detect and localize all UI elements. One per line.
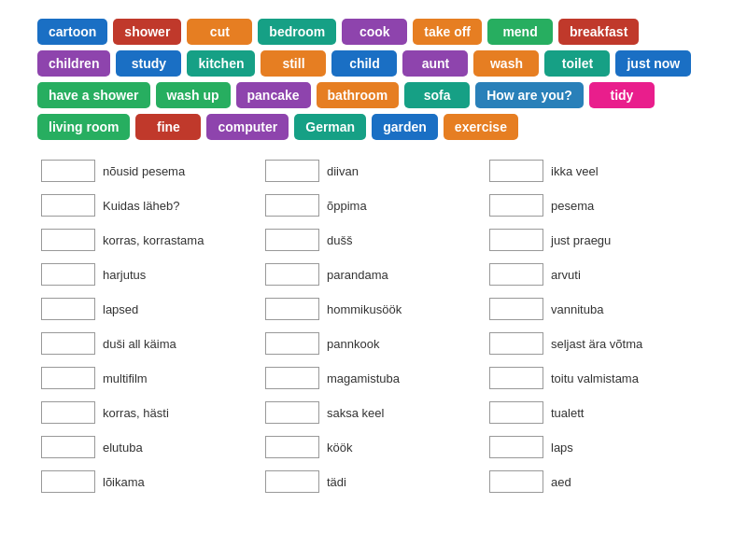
match-row: Kuidas läheb? — [37, 189, 261, 223]
match-input[interactable] — [265, 367, 319, 389]
match-input[interactable] — [41, 436, 95, 458]
match-label: pannkook — [327, 337, 379, 351]
match-row: lõikama — [37, 465, 261, 499]
word-btn-child[interactable]: child — [331, 50, 397, 77]
word-btn-living-room[interactable]: living room — [37, 114, 130, 140]
match-row: õppima — [261, 189, 486, 223]
match-row: vannituba — [486, 292, 710, 327]
word-btn-wash-up[interactable]: wash up — [156, 82, 231, 108]
match-row: arvuti — [486, 258, 710, 292]
match-row: laps — [486, 430, 710, 465]
match-input[interactable] — [265, 263, 319, 286]
match-input[interactable] — [489, 332, 543, 355]
word-btn-cut[interactable]: cut — [187, 19, 252, 45]
matching-section: nõusid pesemaKuidas läheb?korras, korras… — [19, 154, 728, 499]
word-btn-aunt[interactable]: aunt — [402, 50, 468, 77]
match-label: vannituba — [551, 302, 603, 316]
word-btn-exercise[interactable]: exercise — [444, 114, 518, 140]
match-input[interactable] — [489, 298, 543, 320]
match-input[interactable] — [265, 470, 319, 493]
match-row: saksa keel — [261, 396, 486, 430]
match-label: ikka veel — [551, 164, 599, 178]
match-input[interactable] — [265, 229, 319, 251]
word-btn-study[interactable]: study — [116, 50, 181, 77]
word-btn-wash[interactable]: wash — [473, 50, 539, 77]
match-label: arvuti — [551, 268, 581, 282]
match-row: aed — [486, 465, 710, 499]
match-label: laps — [551, 441, 573, 455]
word-btn-take-off[interactable]: take off — [413, 19, 482, 45]
word-btn-still[interactable]: still — [261, 50, 326, 77]
match-input[interactable] — [489, 367, 543, 389]
match-row: ikka veel — [486, 154, 710, 189]
match-input[interactable] — [265, 194, 319, 217]
match-input[interactable] — [265, 298, 319, 320]
match-input[interactable] — [265, 160, 319, 182]
match-label: nõusid pesema — [103, 164, 185, 178]
match-row: pesema — [486, 189, 710, 223]
word-btn-mend[interactable]: mend — [487, 19, 553, 45]
match-label: pesema — [551, 199, 594, 213]
match-input[interactable] — [265, 436, 319, 458]
match-input[interactable] — [489, 401, 543, 424]
word-btn-how-are-you?[interactable]: How are you? — [475, 82, 584, 108]
word-btn-toilet[interactable]: toilet — [544, 50, 610, 77]
word-btn-breakfast[interactable]: breakfast — [558, 19, 639, 45]
word-btn-bathroom[interactable]: bathroom — [317, 82, 400, 108]
word-btn-just-now[interactable]: just now — [615, 50, 691, 77]
word-btn-cook[interactable]: cook — [342, 19, 407, 45]
match-row: harjutus — [37, 258, 261, 292]
match-label: toitu valmistama — [551, 371, 639, 385]
match-row: pannkook — [261, 327, 486, 361]
word-btn-garden[interactable]: garden — [372, 114, 438, 140]
match-input[interactable] — [265, 401, 319, 424]
match-label: harjutus — [103, 268, 146, 282]
match-input[interactable] — [265, 332, 319, 355]
match-input[interactable] — [41, 332, 95, 355]
word-btn-bedroom[interactable]: bedroom — [258, 19, 336, 45]
match-input[interactable] — [489, 194, 543, 217]
match-input[interactable] — [41, 367, 95, 389]
match-input[interactable] — [489, 470, 543, 493]
match-label: Kuidas läheb? — [103, 199, 179, 213]
match-input[interactable] — [489, 229, 543, 251]
match-input[interactable] — [489, 436, 543, 458]
word-btn-have-a-shower[interactable]: have a shower — [37, 82, 150, 108]
match-label: õppima — [327, 199, 367, 213]
word-btn-cartoon[interactable]: cartoon — [37, 19, 107, 45]
word-btn-tidy[interactable]: tidy — [589, 82, 655, 108]
word-btn-sofa[interactable]: sofa — [404, 82, 470, 108]
match-label: multifilm — [103, 371, 148, 385]
match-input[interactable] — [489, 160, 543, 182]
match-label: magamistuba — [327, 371, 400, 385]
match-row: parandama — [261, 258, 486, 292]
match-input[interactable] — [489, 263, 543, 286]
word-btn-pancake[interactable]: pancake — [236, 82, 311, 108]
match-input[interactable] — [41, 194, 95, 217]
word-btn-computer[interactable]: computer — [206, 114, 289, 140]
match-label: elutuba — [103, 441, 143, 455]
match-col-2: diivanõppimaduššparandamahommikusöökpann… — [261, 154, 486, 499]
match-row: just praegu — [486, 223, 710, 258]
match-label: seljast ära võtma — [551, 337, 642, 351]
match-input[interactable] — [41, 470, 95, 493]
match-input[interactable] — [41, 229, 95, 251]
match-col-3: ikka veelpesemajust praeguarvutivannitub… — [486, 154, 710, 499]
word-btn-shower[interactable]: shower — [113, 19, 181, 45]
match-input[interactable] — [41, 160, 95, 182]
word-btn-children[interactable]: children — [37, 50, 110, 77]
match-row: dušš — [261, 223, 486, 258]
match-label: köök — [327, 441, 352, 455]
match-label: korras, hästi — [103, 406, 169, 420]
match-row: duši all käima — [37, 327, 261, 361]
word-btn-german[interactable]: German — [294, 114, 366, 140]
match-input[interactable] — [41, 298, 95, 320]
match-label: duši all käima — [103, 337, 176, 351]
match-input[interactable] — [41, 263, 95, 286]
match-row: multifilm — [37, 361, 261, 396]
word-btn-fine[interactable]: fine — [135, 114, 201, 140]
match-row: hommikusöök — [261, 292, 486, 327]
match-label: tualett — [551, 406, 584, 420]
word-btn-kitchen[interactable]: kitchen — [187, 50, 255, 77]
match-input[interactable] — [41, 401, 95, 424]
